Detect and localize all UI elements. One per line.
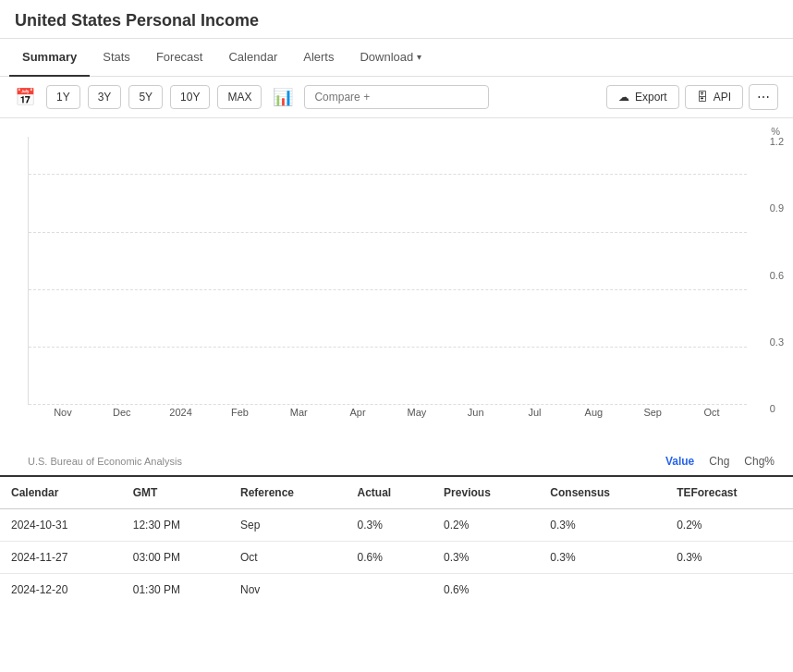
- table-body: 2024-10-3112:30 PMSep0.3%0.2%0.3%0.2%202…: [0, 509, 793, 606]
- cell-actual: [347, 574, 433, 606]
- api-button[interactable]: 🗄 API: [685, 85, 743, 109]
- table-row: 2024-11-2703:00 PMOct0.6%0.3%0.3%0.3%: [0, 542, 793, 574]
- time-max-button[interactable]: MAX: [217, 85, 262, 109]
- cell-reference: Sep: [229, 509, 347, 542]
- col-te-forecast: TEForecast: [665, 477, 793, 509]
- tab-summary[interactable]: Summary: [9, 39, 90, 77]
- cell-gmt: 03:00 PM: [122, 542, 229, 574]
- tab-alerts[interactable]: Alerts: [290, 39, 347, 77]
- data-source: U.S. Bureau of Economic Analysis: [28, 456, 182, 467]
- value-toggle: Value Chg Chg%: [665, 455, 775, 468]
- col-actual: Actual: [347, 477, 433, 509]
- cell-previous: 0.3%: [433, 542, 539, 574]
- cell-gmt: 12:30 PM: [122, 509, 229, 542]
- cell-reference: Oct: [229, 542, 347, 574]
- cell-calendar: 2024-12-20: [0, 574, 122, 606]
- cell-calendar: 2024-10-31: [0, 509, 122, 542]
- tab-stats[interactable]: Stats: [90, 39, 143, 77]
- table-row: 2024-12-2001:30 PMNov0.6%: [0, 574, 793, 606]
- cell-gmt: 01:30 PM: [122, 574, 229, 606]
- chart-area: % NovDec2024FebMarAprMayJunJulAugSepOct …: [0, 118, 793, 451]
- cell-te_forecast: 0.3%: [665, 542, 793, 574]
- compare-input[interactable]: [304, 85, 489, 109]
- cell-te_forecast: [665, 574, 793, 606]
- toggle-value[interactable]: Value: [665, 455, 694, 468]
- cell-previous: 0.2%: [433, 509, 539, 542]
- calendar-icon[interactable]: 📅: [15, 87, 35, 107]
- col-reference: Reference: [229, 477, 347, 509]
- data-table: Calendar GMT Reference Actual Previous C…: [0, 477, 793, 605]
- col-consensus: Consensus: [539, 477, 665, 509]
- toggle-chg[interactable]: Chg: [709, 455, 729, 468]
- col-calendar: Calendar: [0, 477, 122, 509]
- time-3y-button[interactable]: 3Y: [88, 85, 122, 109]
- col-previous: Previous: [433, 477, 539, 509]
- page-title: United States Personal Income: [0, 0, 793, 39]
- cell-actual: 0.6%: [347, 542, 433, 574]
- chart-footer: U.S. Bureau of Economic Analysis Value C…: [0, 451, 793, 475]
- tab-download[interactable]: Download ▾: [347, 39, 434, 77]
- chart-inner: [28, 137, 747, 405]
- more-options-button[interactable]: ⋯: [749, 84, 778, 110]
- export-button[interactable]: ☁ Export: [606, 85, 679, 109]
- database-icon: 🗄: [697, 91, 708, 104]
- table-row: 2024-10-3112:30 PMSep0.3%0.2%0.3%0.2%: [0, 509, 793, 542]
- cell-reference: Nov: [229, 574, 347, 606]
- tab-calendar[interactable]: Calendar: [215, 39, 290, 77]
- table-header: Calendar GMT Reference Actual Previous C…: [0, 477, 793, 509]
- toggle-chgpct[interactable]: Chg%: [744, 455, 775, 468]
- cell-consensus: 0.3%: [539, 509, 665, 542]
- time-10y-button[interactable]: 10Y: [170, 85, 210, 109]
- cell-actual: 0.3%: [347, 509, 433, 542]
- time-5y-button[interactable]: 5Y: [128, 85, 163, 109]
- chart-type-icon[interactable]: 📊: [273, 87, 293, 107]
- bars-container: [29, 137, 747, 405]
- x-axis-labels: NovDec2024FebMarAprMayJunJulAugSepOct: [28, 407, 747, 418]
- nav-tabs: Summary Stats Forecast Calendar Alerts D…: [0, 39, 793, 77]
- cell-consensus: [539, 574, 665, 606]
- table-section: Calendar GMT Reference Actual Previous C…: [0, 475, 793, 624]
- cell-previous: 0.6%: [433, 574, 539, 606]
- cell-consensus: 0.3%: [539, 542, 665, 574]
- toolbar-right: ☁ Export 🗄 API ⋯: [606, 84, 778, 110]
- y-axis: 00.30.60.91.2: [770, 137, 784, 414]
- export-icon: ☁: [618, 91, 629, 104]
- cell-te_forecast: 0.2%: [665, 509, 793, 542]
- col-gmt: GMT: [122, 477, 229, 509]
- time-1y-button[interactable]: 1Y: [46, 85, 80, 109]
- cell-calendar: 2024-11-27: [0, 542, 122, 574]
- toolbar: 📅 1Y 3Y 5Y 10Y MAX 📊 ☁ Export 🗄 API ⋯: [0, 77, 793, 118]
- tab-forecast[interactable]: Forecast: [143, 39, 216, 77]
- chevron-down-icon: ▾: [417, 52, 421, 62]
